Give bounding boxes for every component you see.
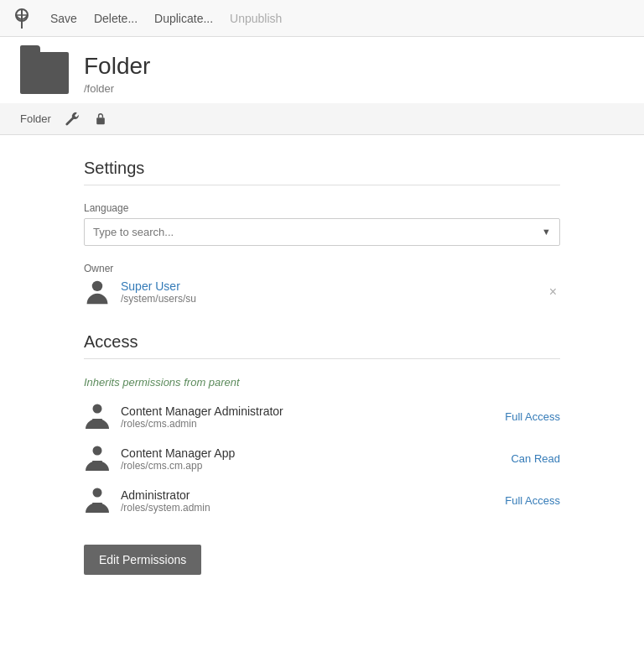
owner-row: Super User /system/users/su × (84, 279, 560, 305)
svg-rect-9 (92, 461, 102, 463)
permission-row-1: Content Manager App /roles/cms.cm.app Ca… (84, 444, 560, 474)
delete-button[interactable]: Delete... (94, 8, 138, 29)
role-info-0: Content Manager Administrator /roles/cms… (121, 404, 475, 430)
language-label: Language (84, 202, 560, 214)
breadcrumb: Folder (20, 112, 51, 125)
svg-point-11 (93, 488, 102, 497)
owner-path: /system/users/su (121, 293, 196, 305)
lock-icon[interactable] (91, 109, 110, 128)
access-section: Access Inherits permissions from parent … (84, 332, 560, 575)
owner-label: Owner (84, 263, 560, 274)
settings-title: Settings (84, 159, 560, 185)
perm-badge-2: Full Access (485, 494, 560, 507)
role-name-2: Administrator (121, 488, 475, 502)
tab-bar: Folder (0, 103, 644, 135)
role-path-0: /roles/cms.admin (121, 418, 475, 430)
role-info-2: Administrator /roles/system.admin (121, 488, 475, 514)
owner-field-group: Owner Super User /system/users/su × (84, 263, 560, 305)
role-avatar-icon-1 (84, 444, 111, 474)
role-path-1: /roles/cms.cm.app (121, 460, 475, 472)
settings-section: Settings Language ▼ Owner Super User /sy… (84, 159, 560, 305)
role-avatar-icon-2 (84, 486, 111, 516)
app-logo-icon (10, 7, 34, 30)
language-input-wrapper: ▼ (84, 218, 560, 246)
perm-badge-1: Can Read (485, 452, 560, 465)
language-field-group: Language ▼ (84, 202, 560, 246)
page-title: Folder (84, 52, 150, 81)
duplicate-button[interactable]: Duplicate... (154, 8, 213, 29)
page-header: Folder /folder (0, 37, 644, 103)
settings-icon[interactable] (63, 109, 81, 128)
svg-point-5 (93, 404, 102, 413)
folder-icon (20, 52, 69, 94)
permission-row: Content Manager Administrator /roles/cms… (84, 402, 560, 432)
save-button[interactable]: Save (50, 8, 77, 29)
role-name-1: Content Manager App (121, 446, 475, 460)
svg-point-8 (93, 446, 102, 455)
owner-avatar-icon (84, 279, 111, 305)
toolbar: Save Delete... Duplicate... Unpublish (0, 0, 644, 37)
remove-owner-button[interactable]: × (546, 281, 560, 303)
permission-row-2: Administrator /roles/system.admin Full A… (84, 486, 560, 516)
role-info-1: Content Manager App /roles/cms.cm.app (121, 446, 475, 472)
page-subtitle: /folder (84, 82, 150, 95)
role-path-2: /roles/system.admin (121, 502, 475, 514)
role-avatar-icon-0 (84, 402, 111, 432)
language-search-input[interactable] (85, 219, 559, 245)
owner-name: Super User (121, 279, 196, 293)
dropdown-arrow-icon: ▼ (542, 227, 551, 237)
edit-permissions-button[interactable]: Edit Permissions (84, 545, 201, 575)
inherits-note: Inherits permissions from parent (84, 376, 560, 389)
owner-info: Super User /system/users/su (121, 279, 196, 305)
svg-rect-6 (92, 419, 102, 421)
role-name-0: Content Manager Administrator (121, 404, 475, 418)
access-title: Access (84, 332, 560, 359)
svg-rect-12 (92, 503, 102, 505)
svg-rect-3 (96, 117, 105, 124)
svg-point-4 (92, 280, 102, 290)
main-content: Settings Language ▼ Owner Super User /sy… (0, 135, 644, 598)
perm-badge-0: Full Access (485, 410, 560, 423)
unpublish-button[interactable]: Unpublish (230, 8, 282, 29)
